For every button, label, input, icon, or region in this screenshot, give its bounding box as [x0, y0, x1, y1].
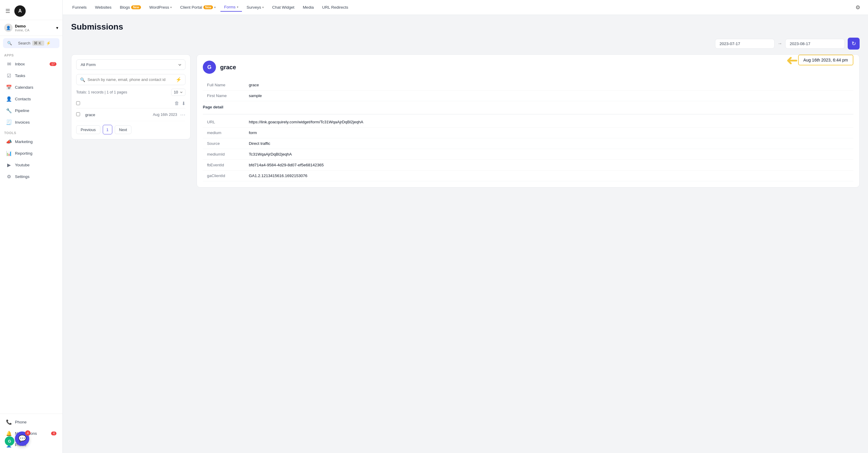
nav-forms[interactable]: Forms ▾ [220, 3, 242, 12]
nav-wordpress-label: WordPress [149, 5, 169, 9]
user-header: G grace [203, 61, 854, 74]
app-logo: A [14, 5, 26, 17]
sidebar-item-marketing[interactable]: 📣 Marketing [2, 136, 61, 147]
chevron-down-icon: ▾ [56, 25, 58, 30]
page-detail-label: Page detail [203, 101, 854, 112]
table-row: Source Direct traffic [203, 138, 854, 149]
sidebar-item-label: Youtube [15, 163, 30, 167]
profile-avatar[interactable]: G [5, 436, 14, 446]
row-checkbox[interactable] [76, 112, 80, 116]
notifications-badge: 4 [51, 431, 57, 435]
sidebar-item-invoices[interactable]: 🧾 Invoices [2, 117, 61, 128]
table-row[interactable]: grace Aug 16th 2023 ⋯ [76, 108, 185, 121]
calendars-icon: 📅 [6, 85, 12, 90]
nav-url-redirects-label: URL Redirects [322, 5, 348, 9]
sidebar-item-calendars[interactable]: 📅 Calendars [2, 82, 61, 93]
search-button[interactable]: 🔍 Search ⌘ K ⚡ [3, 38, 59, 48]
nav-wordpress[interactable]: WordPress ▾ [146, 3, 176, 11]
field-value: form [245, 128, 854, 138]
nav-websites[interactable]: Websites [91, 3, 115, 11]
totals-text: Totals: 1 records | 1 of 1 pages [76, 90, 127, 94]
nav-media-label: Media [303, 5, 314, 9]
sidebar-item-settings[interactable]: ⚙ Settings [2, 171, 61, 182]
sidebar-bottom: 📞 Phone 🔔 Notifications 4 👤 Profile [0, 414, 62, 453]
invoices-icon: 🧾 [6, 120, 12, 125]
download-icon[interactable]: ⬇ [182, 101, 185, 106]
tasks-icon: ☑ [6, 73, 12, 78]
table-row: First Name sample [203, 91, 854, 101]
page-number-button[interactable]: 1 [103, 125, 112, 134]
nav-websites-label: Websites [95, 5, 112, 9]
form-select[interactable]: All Form [76, 59, 185, 70]
youtube-icon: ▶ [6, 162, 12, 168]
refresh-button[interactable]: ↻ [848, 38, 860, 50]
row-menu-icon[interactable]: ⋯ [180, 111, 185, 118]
field-value: Direct traffic [245, 138, 854, 149]
account-avatar: 👤 [4, 24, 12, 32]
end-date-input[interactable] [785, 39, 845, 49]
settings-gear-icon[interactable]: ⚙ [854, 2, 862, 12]
sidebar-item-reporting[interactable]: 📊 Reporting [2, 148, 61, 159]
search-input[interactable] [88, 77, 173, 82]
nav-blogs-label: Blogs [120, 5, 130, 9]
start-date-input[interactable] [715, 39, 775, 49]
sidebar-item-pipeline[interactable]: 🔧 Pipeline [2, 105, 61, 116]
blogs-badge: New [131, 5, 141, 9]
detail-table: Full Name grace First Name sample [203, 80, 854, 101]
marketing-icon: 📣 [6, 139, 12, 144]
sidebar-item-label: Phone [15, 420, 27, 424]
field-key: fbEventId [203, 160, 245, 170]
contacts-icon: 👤 [6, 96, 12, 102]
user-avatar: G [203, 61, 216, 74]
user-name: grace [220, 64, 236, 71]
annotation-text: Aug 16th 2023, 6:44 pm [804, 58, 848, 62]
nav-surveys[interactable]: Surveys ▾ [243, 3, 268, 11]
sidebar: ☰ A 👤 Demo Irvine, CA ▾ 🔍 Search ⌘ K ⚡ A… [0, 0, 63, 453]
sidebar-item-phone[interactable]: 📞 Phone [2, 417, 61, 428]
nav-url-redirects[interactable]: URL Redirects [318, 3, 351, 11]
sidebar-logo: ☰ A [0, 0, 62, 20]
nav-funnels[interactable]: Funnels [69, 3, 90, 11]
nav-media[interactable]: Media [299, 3, 317, 11]
tools-section-label: Tools [0, 128, 62, 136]
submission-date: Aug 16th 2023 [153, 112, 177, 117]
table-row: URL https://link.goacquirely.com/widget/… [203, 117, 854, 128]
previous-button[interactable]: Previous [76, 125, 100, 134]
next-button[interactable]: Next [115, 125, 132, 134]
filter-icon[interactable]: ⚡ [176, 77, 182, 83]
wordpress-chevron: ▾ [170, 6, 172, 9]
surveys-chevron: ▾ [262, 6, 264, 9]
right-panel: ➜ Aug 16th 2023, 6:44 pm G grace Full Na… [196, 54, 860, 188]
page-title: Submissions [71, 22, 860, 32]
account-switcher[interactable]: 👤 Demo Irvine, CA ▾ [0, 20, 62, 36]
nav-chat-widget[interactable]: Chat Widget [269, 3, 298, 11]
sidebar-item-label: Inbox [15, 62, 25, 66]
sidebar-item-youtube[interactable]: ▶ Youtube [2, 159, 61, 170]
table-row: fbEventId bfd714a4-9584-4d29-8d07-ef5e68… [203, 160, 854, 170]
select-all-checkbox[interactable] [76, 101, 80, 105]
field-value: GA1.2.1213415616.1692153076 [245, 170, 854, 181]
sidebar-item-tasks[interactable]: ☑ Tasks [2, 70, 61, 81]
inbox-icon: ✉ [6, 61, 12, 67]
nav-forms-label: Forms [224, 5, 236, 9]
per-page-select[interactable]: 10 25 50 [171, 89, 185, 96]
date-arrow-icon: → [777, 41, 782, 46]
chat-icon: 💬 [18, 435, 26, 443]
sidebar-item-contacts[interactable]: 👤 Contacts [2, 94, 61, 104]
section-divider [203, 114, 854, 115]
nav-client-portal[interactable]: Client Portal New ▾ [177, 3, 219, 11]
chat-widget-button[interactable]: 💬 4 [15, 431, 29, 446]
notifications-icon: 🔔 [6, 431, 12, 436]
apps-section-label: Apps [0, 51, 62, 58]
sidebar-item-label: Calendars [15, 85, 33, 90]
sidebar-item-inbox[interactable]: ✉ Inbox 17 [2, 59, 61, 70]
table-row: mediumId Tc31WqaAjrDqBl2jeqhA [203, 149, 854, 160]
sidebar-item-label: Tasks [15, 73, 25, 78]
annotation-arrow-icon: ➜ [786, 52, 798, 68]
hamburger-icon[interactable]: ☰ [4, 7, 11, 15]
forms-chevron: ▾ [237, 5, 238, 9]
delete-icon[interactable]: 🗑 [175, 101, 179, 106]
nav-blogs[interactable]: Blogs New [116, 3, 144, 11]
field-key: First Name [203, 91, 245, 101]
page-body: Submissions → ↻ All Form 🔍 [63, 15, 868, 453]
